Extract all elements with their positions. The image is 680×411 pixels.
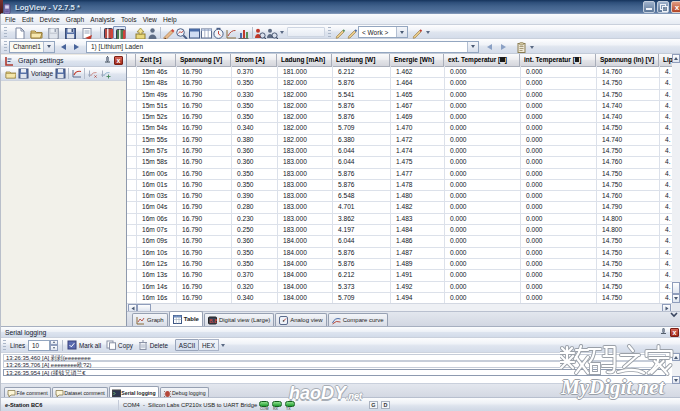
svg-text:8.8: 8.8 [209,317,217,323]
